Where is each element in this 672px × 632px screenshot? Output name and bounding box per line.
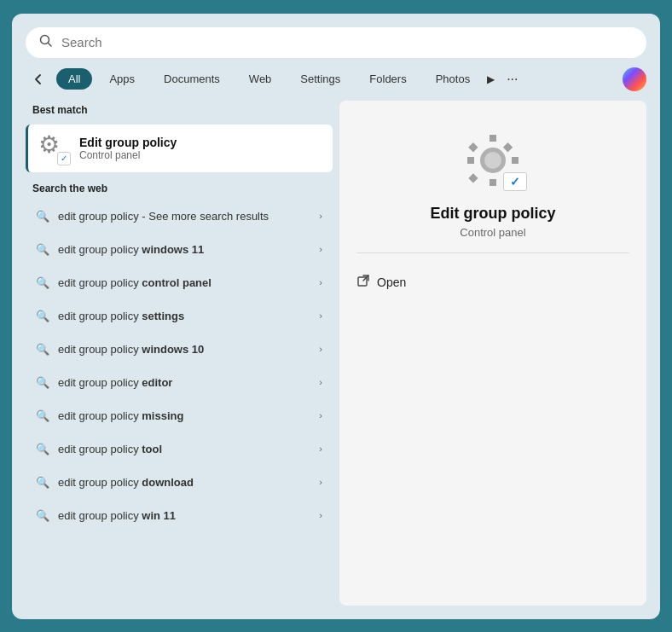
search-query-icon: 🔍	[36, 509, 49, 522]
search-result-text: edit group policy windows 11	[58, 243, 310, 256]
filter-tabs: All Apps Documents Web Settings Folders …	[26, 67, 646, 92]
search-query-icon: 🔍	[36, 310, 49, 322]
back-button[interactable]	[26, 67, 51, 92]
list-item[interactable]: 🔍 edit group policy win 11 ›	[26, 501, 333, 531]
tab-folders[interactable]: Folders	[357, 68, 418, 90]
chevron-right-icon: ›	[319, 211, 322, 221]
best-match-subtitle: Control panel	[79, 149, 322, 161]
search-result-text: edit group policy missing	[58, 409, 310, 422]
detail-title: Edit group policy	[431, 205, 556, 223]
tab-apps[interactable]: Apps	[97, 68, 147, 90]
chevron-right-icon: ›	[319, 377, 322, 387]
search-result-text: edit group policy - See more search resu…	[58, 210, 310, 223]
search-query-icon: 🔍	[36, 409, 49, 422]
open-label: Open	[377, 275, 406, 289]
chevron-right-icon: ›	[319, 477, 322, 487]
search-result-text: edit group policy windows 10	[58, 343, 310, 356]
best-match-item[interactable]: ⚙ ✓ Edit group policy Control panel	[26, 125, 333, 172]
list-item[interactable]: 🔍 edit group policy download ›	[26, 467, 333, 497]
chevron-right-icon: ›	[319, 410, 322, 420]
search-result-text: edit group policy tool	[58, 443, 310, 455]
main-content: Best match ⚙ ✓ Edit group policy Control…	[26, 101, 646, 606]
chevron-right-icon: ›	[319, 510, 322, 520]
tab-web[interactable]: Web	[237, 68, 284, 90]
svg-line-1	[49, 43, 52, 46]
list-item[interactable]: 🔍 edit group policy editor ›	[26, 368, 333, 397]
chevron-right-icon: ›	[319, 344, 322, 354]
copilot-icon[interactable]	[623, 67, 646, 91]
search-bar: Edit group policy	[26, 27, 646, 58]
search-input[interactable]: Edit group policy	[61, 35, 633, 49]
best-match-info: Edit group policy Control panel	[79, 136, 322, 161]
search-query-icon: 🔍	[36, 476, 49, 489]
left-panel: Best match ⚙ ✓ Edit group policy Control…	[26, 101, 333, 606]
detail-subtitle: Control panel	[460, 226, 525, 239]
search-result-text: edit group policy win 11	[58, 509, 310, 522]
search-result-text: edit group policy control panel	[58, 276, 310, 289]
best-match-label: Best match	[26, 101, 333, 119]
search-result-text: edit group policy editor	[58, 376, 310, 389]
search-query-icon: 🔍	[36, 276, 49, 289]
chevron-right-icon: ›	[319, 277, 322, 287]
list-item[interactable]: 🔍 edit group policy settings ›	[26, 301, 333, 331]
search-icon	[39, 34, 53, 51]
search-query-icon: 🔍	[36, 376, 49, 389]
list-item[interactable]: 🔍 edit group policy windows 11 ›	[26, 235, 333, 264]
chevron-right-icon: ›	[319, 310, 322, 321]
search-query-icon: 🔍	[36, 443, 49, 455]
chevron-right-icon: ›	[319, 244, 322, 254]
list-item[interactable]: 🔍 edit group policy control panel ›	[26, 268, 333, 298]
search-query-icon: 🔍	[36, 343, 49, 356]
list-item[interactable]: 🔍 edit group policy tool ›	[26, 434, 333, 464]
best-match-title: Edit group policy	[79, 136, 322, 149]
search-result-text: edit group policy settings	[58, 310, 310, 322]
check-badge-icon: ✓	[57, 152, 71, 165]
list-item[interactable]: 🔍 edit group policy - See more search re…	[26, 201, 333, 231]
open-action[interactable]: Open	[356, 267, 629, 298]
list-item[interactable]: 🔍 edit group policy windows 10 ›	[26, 334, 333, 364]
tab-documents[interactable]: Documents	[152, 68, 232, 90]
tab-all[interactable]: All	[56, 68, 92, 90]
detail-app-icon: ✓	[459, 126, 527, 194]
search-result-text: edit group policy download	[58, 476, 310, 489]
list-item[interactable]: 🔍 edit group policy missing ›	[26, 401, 333, 431]
chevron-right-icon: ›	[319, 444, 322, 454]
open-icon	[356, 274, 370, 291]
tab-settings[interactable]: Settings	[288, 68, 352, 90]
tab-photos[interactable]: Photos	[424, 68, 482, 90]
search-query-icon: 🔍	[36, 210, 49, 223]
search-window: Edit group policy All Apps Documents Web…	[12, 14, 660, 619]
search-query-icon: 🔍	[36, 243, 49, 256]
web-search-label: Search the web	[26, 176, 333, 198]
detail-panel: ✓ Edit group policy Control panel Open	[339, 101, 646, 606]
more-filters-button[interactable]: ▶	[487, 73, 495, 85]
divider	[356, 252, 629, 253]
app-icon: ⚙ ✓	[38, 133, 69, 164]
overflow-menu-button[interactable]: ···	[500, 68, 524, 90]
